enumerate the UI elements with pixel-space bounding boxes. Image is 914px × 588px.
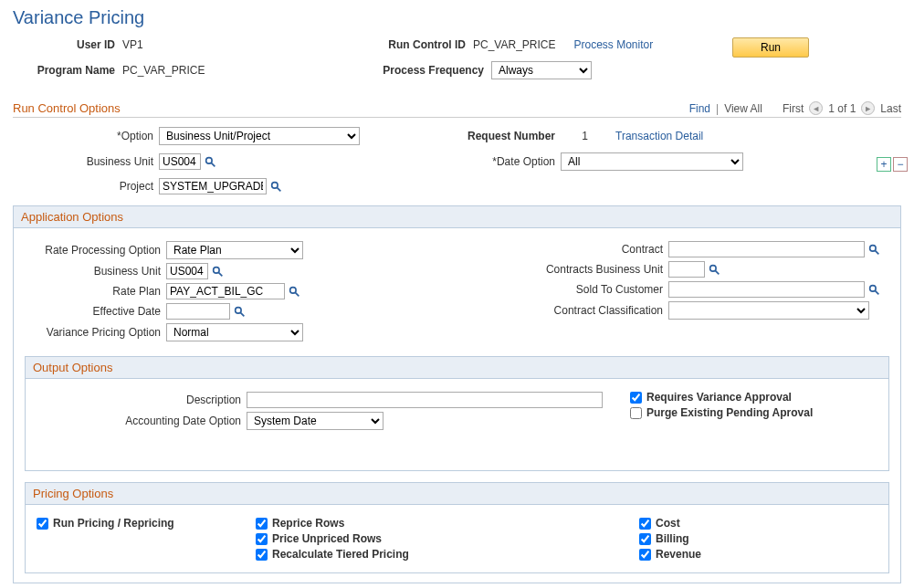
lookup-icon[interactable] [868, 243, 880, 256]
app-business-unit-label: Business Unit [25, 265, 166, 278]
contract-classification-select[interactable] [668, 301, 869, 320]
transaction-detail-link[interactable]: Transaction Detail [615, 130, 703, 142]
date-option-label: *Date Option [433, 155, 561, 168]
reprice-rows-label: Reprice Rows [272, 517, 344, 530]
run-control-id-label: Run Control ID [382, 38, 473, 51]
contracts-bu-label: Contracts Business Unit [417, 263, 668, 276]
lookup-icon[interactable] [234, 305, 246, 318]
svg-line-11 [875, 250, 878, 254]
run-control-id-value: PC_VAR_PRICE [473, 38, 555, 51]
svg-line-9 [240, 312, 244, 316]
sold-to-input[interactable] [668, 281, 865, 298]
svg-point-10 [870, 246, 877, 252]
app-business-unit-input[interactable] [166, 263, 208, 279]
lookup-icon[interactable] [289, 285, 300, 298]
page-title: Variance Pricing [13, 7, 901, 28]
svg-line-5 [218, 272, 222, 276]
contract-input[interactable] [668, 241, 865, 257]
application-options-box: Application Options Rate Processing Opti… [13, 205, 901, 583]
svg-point-14 [870, 286, 877, 292]
variance-pricing-option-select[interactable]: Normal [166, 323, 303, 341]
first-text: First [783, 102, 804, 115]
next-arrow-icon[interactable]: ► [861, 101, 875, 115]
recalc-tiered-label: Recalculate Tiered Pricing [272, 548, 409, 561]
request-number-label: Request Number [433, 130, 561, 142]
contract-classification-label: Contract Classification [417, 304, 668, 317]
business-unit-label: Business Unit [13, 155, 159, 168]
rate-processing-label: Rate Processing Option [25, 244, 166, 257]
billing-checkbox[interactable] [639, 533, 651, 545]
reprice-rows-checkbox[interactable] [256, 518, 268, 530]
process-frequency-label: Process Frequency [382, 64, 491, 77]
position-text: 1 of 1 [828, 102, 856, 115]
description-input[interactable] [247, 392, 603, 408]
svg-point-2 [272, 183, 278, 189]
cost-label: Cost [656, 517, 680, 530]
lookup-icon[interactable] [868, 283, 880, 296]
delete-row-button[interactable]: − [893, 157, 908, 172]
output-options-box: Output Options Description Accounting Da… [25, 356, 889, 471]
find-link[interactable]: Find [689, 102, 710, 115]
contract-label: Contract [417, 243, 668, 256]
svg-point-4 [214, 268, 220, 274]
pricing-options-header: Pricing Options [26, 483, 888, 505]
purge-existing-checkbox[interactable] [630, 407, 642, 419]
prev-arrow-icon[interactable]: ◄ [809, 101, 823, 115]
business-unit-input[interactable] [159, 153, 201, 170]
price-unpriced-checkbox[interactable] [256, 533, 268, 545]
requires-variance-approval-checkbox[interactable] [630, 392, 642, 404]
sold-to-label: Sold To Customer [417, 283, 668, 296]
option-select[interactable]: Business Unit/Project [159, 127, 360, 145]
divider: | [716, 102, 719, 115]
svg-line-1 [211, 163, 215, 166]
contracts-bu-input[interactable] [668, 261, 705, 278]
process-monitor-link[interactable]: Process Monitor [573, 38, 653, 51]
lookup-icon[interactable] [205, 155, 216, 168]
effective-date-input[interactable] [166, 303, 230, 320]
revenue-label: Revenue [656, 548, 701, 561]
view-all-text: View All [724, 102, 762, 115]
lookup-icon[interactable] [212, 265, 224, 278]
svg-line-7 [295, 292, 299, 296]
add-row-button[interactable]: + [877, 157, 891, 172]
billing-label: Billing [656, 532, 689, 545]
effective-date-label: Effective Date [25, 305, 166, 318]
program-name-value: PC_VAR_PRICE [122, 64, 205, 77]
last-text: Last [880, 102, 901, 115]
project-input[interactable] [159, 178, 267, 194]
lookup-icon[interactable] [270, 180, 282, 193]
svg-point-6 [290, 288, 297, 294]
svg-point-0 [206, 158, 213, 164]
run-pricing-label: Run Pricing / Repricing [53, 517, 174, 530]
run-button[interactable]: Run [732, 37, 809, 58]
run-pricing-checkbox[interactable] [37, 518, 48, 530]
cost-checkbox[interactable] [639, 518, 651, 530]
application-options-header: Application Options [14, 206, 900, 228]
description-label: Description [37, 394, 247, 406]
output-options-header: Output Options [26, 357, 888, 379]
svg-point-8 [236, 308, 242, 314]
rate-plan-input[interactable] [166, 283, 285, 299]
project-label: Project [13, 180, 159, 193]
grid-nav: Find | View All First ◄ 1 of 1 ► Last [689, 101, 901, 115]
date-option-select[interactable]: All [561, 152, 743, 171]
pricing-options-box: Pricing Options Run Pricing / Repricing … [25, 482, 889, 573]
accounting-date-option-select[interactable]: System Date [247, 412, 383, 430]
recalc-tiered-checkbox[interactable] [256, 549, 268, 561]
rate-plan-label: Rate Plan [25, 285, 166, 298]
svg-line-3 [277, 187, 280, 191]
user-id-value: VP1 [122, 38, 143, 51]
accounting-date-option-label: Accounting Date Option [37, 415, 247, 427]
svg-point-12 [710, 266, 717, 272]
lookup-icon[interactable] [709, 263, 720, 276]
svg-line-15 [875, 290, 878, 294]
program-name-label: Program Name [13, 64, 122, 77]
run-control-options-header: Run Control Options [13, 101, 121, 115]
purge-existing-label: Purge Existing Pending Aproval [646, 406, 813, 419]
revenue-checkbox[interactable] [639, 549, 651, 561]
requires-variance-approval-label: Requires Variance Approval [646, 391, 792, 404]
variance-pricing-option-label: Variance Pricing Option [25, 326, 166, 339]
process-frequency-select[interactable]: Always [491, 61, 592, 79]
rate-processing-select[interactable]: Rate Plan [166, 241, 303, 259]
price-unpriced-label: Price Unpriced Rows [272, 532, 382, 545]
